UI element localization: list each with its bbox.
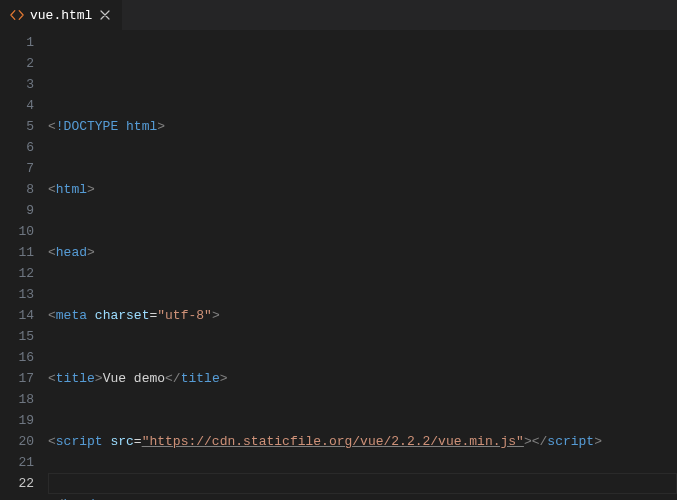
line-number: 16 — [0, 347, 34, 368]
tab-bar: vue.html — [0, 0, 677, 30]
line-number: 21 — [0, 452, 34, 473]
tab-vue-html[interactable]: vue.html — [0, 0, 123, 30]
line-number: 6 — [0, 137, 34, 158]
code-line: <title>Vue demo</title> — [48, 368, 677, 389]
line-number: 20 — [0, 431, 34, 452]
line-number: 5 — [0, 116, 34, 137]
line-number: 19 — [0, 410, 34, 431]
line-number: 22 — [0, 473, 34, 494]
line-number: 14 — [0, 305, 34, 326]
code-line: <html> — [48, 179, 677, 200]
line-number: 15 — [0, 326, 34, 347]
line-number: 13 — [0, 284, 34, 305]
line-number: 10 — [0, 221, 34, 242]
line-number: 4 — [0, 95, 34, 116]
code-line: <script src="https://cdn.staticfile.org/… — [48, 431, 677, 452]
code-line: <!DOCTYPE html> — [48, 116, 677, 137]
tab-filename: vue.html — [30, 8, 92, 23]
line-number: 18 — [0, 389, 34, 410]
code-tag-icon — [10, 8, 24, 22]
line-number: 1 — [0, 32, 34, 53]
code-area[interactable]: <!DOCTYPE html> <html> <head> <meta char… — [48, 32, 677, 500]
code-editor[interactable]: 12345678910111213141516171819202122 <!DO… — [0, 30, 677, 500]
line-number: 17 — [0, 368, 34, 389]
line-number: 12 — [0, 263, 34, 284]
line-number-gutter: 12345678910111213141516171819202122 — [0, 32, 48, 500]
line-number: 7 — [0, 158, 34, 179]
code-line: <meta charset="utf-8"> — [48, 305, 677, 326]
close-icon[interactable] — [98, 8, 112, 22]
line-number: 9 — [0, 200, 34, 221]
line-number: 11 — [0, 242, 34, 263]
line-number: 3 — [0, 74, 34, 95]
line-number: 8 — [0, 179, 34, 200]
line-number: 2 — [0, 53, 34, 74]
code-line: <head> — [48, 242, 677, 263]
active-line-highlight — [48, 473, 677, 494]
code-line: </head> — [48, 494, 677, 500]
